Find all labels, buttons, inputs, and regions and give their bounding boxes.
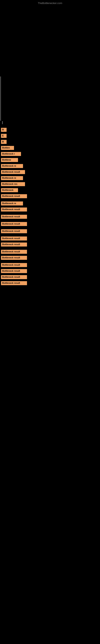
bottleneck-badge: Bottleneck result [1, 275, 27, 279]
bottleneck-items-area: BEBBottlenBottleneck rBottleneBottleneck… [0, 126, 100, 286]
bottleneck-badge: Bottleneck result [1, 194, 27, 198]
list-item: B [0, 140, 100, 144]
bottleneck-badge: Bottleneck result [1, 263, 27, 267]
list-item: Bottleneck result [0, 275, 100, 280]
list-item: Bottlen [0, 146, 100, 150]
list-item: Bottleneck result [0, 242, 100, 247]
list-item: Bottleneck result [0, 281, 100, 286]
list-item: Bottleneck re [0, 176, 100, 180]
list-item: B [0, 128, 100, 132]
bottleneck-badge: Bottleneck result [1, 222, 27, 226]
bottleneck-badge: Bottleneck [1, 188, 18, 192]
bottleneck-badge: Bottleneck result [1, 215, 27, 219]
site-title: TheBottlenecker.com [38, 2, 62, 5]
bottleneck-badge: Bottleneck result [1, 236, 27, 240]
list-item: Bottleneck result [0, 229, 100, 234]
bottleneck-badge: Bottleneck re [1, 176, 23, 180]
list-item: Bottleneck r [0, 152, 100, 156]
list-item: Bottleneck result [0, 214, 100, 219]
bottleneck-badge: Bottleneck result [1, 250, 27, 254]
bottleneck-badge: Bottleneck res [1, 182, 25, 186]
list-item: Bottleneck result [0, 256, 100, 260]
bottleneck-badge: Bottleneck r [1, 152, 21, 156]
list-item: E [0, 134, 100, 138]
list-item: Bottleneck result [0, 222, 100, 226]
list-item: Bottleneck result [0, 263, 100, 268]
section-label: | [0, 117, 100, 126]
vertical-bar [0, 76, 1, 121]
bottleneck-badge: Bottleneck result [1, 229, 27, 233]
list-item: Bottleneck result [0, 170, 100, 174]
bottleneck-badge: Bottlen [1, 146, 14, 150]
list-item: Bottleneck result [0, 269, 100, 274]
list-item: Bottleneck result [0, 207, 100, 212]
list-item: Bottleneck re [0, 164, 100, 168]
bottleneck-badge: Bottleneck re [1, 164, 23, 168]
list-item: Bottleneck [0, 188, 100, 192]
bottleneck-badge: Bottlene [1, 158, 18, 162]
bottleneck-badge: E [1, 134, 7, 138]
list-item: Bottleneck result [0, 194, 100, 199]
bottleneck-badge: Bottleneck result [1, 269, 27, 273]
bottleneck-badge: Bottleneck re [1, 202, 23, 206]
bottleneck-badge: B [1, 140, 7, 144]
bottleneck-badge: Bottleneck result [1, 242, 27, 246]
list-item: Bottlene [0, 158, 100, 162]
bottleneck-badge: B [1, 128, 7, 132]
list-item: Bottleneck re [0, 201, 100, 206]
bottleneck-badge: Bottleneck result [1, 170, 25, 174]
bottleneck-badge: Bottleneck result [1, 256, 27, 260]
top-black-area [0, 0, 100, 117]
list-item: Bottleneck res [0, 182, 100, 186]
list-item: Bottleneck result [0, 249, 100, 254]
bottleneck-badge: Bottleneck result [1, 281, 27, 285]
bottleneck-badge: Bottleneck result [1, 208, 27, 212]
list-item: Bottleneck result [0, 236, 100, 241]
